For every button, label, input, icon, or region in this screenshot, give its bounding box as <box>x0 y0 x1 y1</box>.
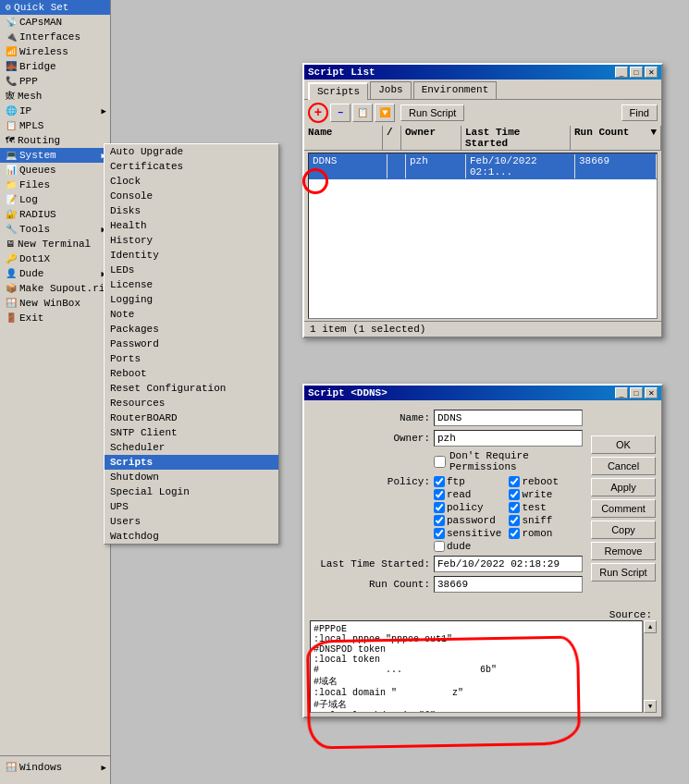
sniff-checkbox[interactable] <box>509 515 520 526</box>
tab-environment[interactable]: Environment <box>413 81 498 99</box>
sidebar-item-ppp[interactable]: 📞 PPP <box>0 74 110 89</box>
copy-toolbar-button[interactable]: 📋 <box>352 104 373 122</box>
run-script-button[interactable]: Run Script <box>400 104 464 121</box>
menu-item-routerboard[interactable]: RouterBOARD <box>105 410 278 425</box>
menu-item-health[interactable]: Health <box>105 218 278 233</box>
script-list-area[interactable]: DDNS pzh Feb/10/2022 02:1... 38669 <box>308 153 658 319</box>
sidebar-item-dude[interactable]: 👤 Dude ▶ <box>0 266 110 281</box>
sidebar-item-files[interactable]: 📁 Files <box>0 178 110 192</box>
menu-item-leds[interactable]: LEDs <box>105 263 278 277</box>
policy-checkbox[interactable] <box>434 502 445 513</box>
permissions-checkbox[interactable] <box>434 456 446 468</box>
sidebar-item-capsman[interactable]: 📡 CAPsMAN <box>0 15 110 30</box>
menu-item-password[interactable]: Password <box>105 337 278 351</box>
remove-button[interactable]: Remove <box>591 542 656 560</box>
menu-item-shutdown[interactable]: Shutdown <box>105 470 278 484</box>
add-button[interactable]: + <box>308 103 328 123</box>
sidebar-item-supout[interactable]: 📦 Make Supout.rif <box>0 281 110 296</box>
owner-input[interactable] <box>434 430 583 447</box>
menu-item-note[interactable]: Note <box>105 307 278 322</box>
sidebar-item-tools[interactable]: 🔧 Tools ▶ <box>0 222 110 237</box>
comment-button[interactable]: Comment <box>591 499 656 518</box>
sidebar-item-system[interactable]: 💻 System ▶ <box>0 148 110 163</box>
lasttime-input[interactable] <box>434 556 583 572</box>
cancel-button[interactable]: Cancel <box>591 457 656 475</box>
col-lasttime: Last Time Started <box>461 126 571 150</box>
minimize-button[interactable]: _ <box>615 67 628 78</box>
copy-button[interactable]: Copy <box>591 521 656 539</box>
ok-button[interactable]: OK <box>591 435 656 454</box>
table-row[interactable]: DDNS pzh Feb/10/2022 02:1... 38669 <box>309 153 657 179</box>
sidebar-item-quickset[interactable]: ⚙ Quick Set <box>0 0 110 15</box>
menu-item-license[interactable]: License <box>105 277 278 292</box>
script-ddns-title: Script <DDNS> <box>308 387 388 398</box>
test-checkbox[interactable] <box>509 502 520 513</box>
sidebar-item-queues[interactable]: 📊 Queues <box>0 163 110 178</box>
menu-item-packages[interactable]: Packages <box>105 322 278 337</box>
ddns-maximize-button[interactable]: □ <box>630 387 643 398</box>
sidebar-item-ip[interactable]: 🌐 IP ▶ <box>0 104 110 118</box>
menu-item-scripts[interactable]: Scripts <box>105 455 278 470</box>
remove-toolbar-button[interactable]: − <box>330 104 351 122</box>
tab-scripts[interactable]: Scripts <box>308 82 368 100</box>
permissions-label: Don't Require Permissions <box>449 450 583 472</box>
sidebar-item-radius[interactable]: 🔐 RADIUS <box>0 207 110 222</box>
runcount-input[interactable] <box>434 576 583 593</box>
write-checkbox[interactable] <box>509 489 520 500</box>
menu-item-resources[interactable]: Resources <box>105 396 278 410</box>
sidebar-item-interfaces[interactable]: 🔌 Interfaces <box>0 30 110 44</box>
ftp-checkbox[interactable] <box>434 476 445 487</box>
sidebar-item-newterminal[interactable]: 🖥 New Terminal <box>0 237 110 251</box>
menu-item-logging[interactable]: Logging <box>105 292 278 307</box>
ddns-minimize-button[interactable]: _ <box>615 387 628 398</box>
find-button[interactable]: Find <box>621 104 658 121</box>
menu-item-speciallogin[interactable]: Special Login <box>105 484 278 499</box>
tab-jobs[interactable]: Jobs <box>370 81 411 99</box>
menu-item-scheduler[interactable]: Scheduler <box>105 440 278 455</box>
run-script-ddns-button[interactable]: Run Script <box>591 563 656 582</box>
sidebar-item-newwinbox[interactable]: 🪟 New WinBox <box>0 296 110 311</box>
menu-item-ports[interactable]: Ports <box>105 351 278 366</box>
terminal-icon: 🖥 <box>6 239 15 250</box>
reboot-checkbox[interactable] <box>509 476 520 487</box>
sensitive-checkbox[interactable] <box>434 528 445 539</box>
source-box[interactable]: #PPPoE :local pppoe "pppoe-out1" #DNSPOD… <box>310 620 643 713</box>
sidebar-item-windows[interactable]: 🪟 Windows ▶ <box>0 760 110 775</box>
read-checkbox[interactable] <box>434 489 445 500</box>
scroll-down-button[interactable]: ▼ <box>644 700 657 713</box>
menu-item-history[interactable]: History <box>105 233 278 248</box>
menu-item-disks[interactable]: Disks <box>105 203 278 218</box>
menu-item-certificates[interactable]: Certificates <box>105 159 278 174</box>
sidebar-item-mpls[interactable]: 📋 MPLS <box>0 118 110 133</box>
maximize-button[interactable]: □ <box>630 67 643 78</box>
menu-item-reboot[interactable]: Reboot <box>105 366 278 381</box>
romon-checkbox[interactable] <box>509 528 520 539</box>
menu-item-users[interactable]: Users <box>105 514 278 529</box>
sidebar-item-mesh[interactable]: 🕸 Mesh <box>0 89 110 104</box>
menu-item-console[interactable]: Console <box>105 189 278 203</box>
password-checkbox[interactable] <box>434 515 445 526</box>
sidebar-item-log[interactable]: 📝 Log <box>0 192 110 207</box>
menu-item-ups[interactable]: UPS <box>105 499 278 514</box>
name-input[interactable] <box>434 410 583 426</box>
sidebar-item-dot1x[interactable]: 🔑 Dot1X <box>0 251 110 266</box>
menu-item-reset[interactable]: Reset Configuration <box>105 381 278 396</box>
sidebar-item-bridge[interactable]: 🌉 Bridge <box>0 59 110 74</box>
menu-item-sntp[interactable]: SNTP Client <box>105 425 278 440</box>
col-name: Name <box>304 126 383 150</box>
source-scrollbar[interactable]: ▲ ▼ <box>643 620 656 713</box>
menu-item-identity[interactable]: Identity <box>105 248 278 263</box>
apply-button[interactable]: Apply <box>591 478 656 496</box>
menu-item-clock[interactable]: Clock <box>105 174 278 189</box>
sidebar-item-routing[interactable]: 🗺 Routing <box>0 133 110 148</box>
button-panel: OK Cancel Apply Comment Copy Remove Run … <box>591 435 656 582</box>
scroll-up-button[interactable]: ▲ <box>644 620 657 633</box>
close-button[interactable]: ✕ <box>645 67 658 78</box>
menu-item-watchdog[interactable]: Watchdog <box>105 529 278 544</box>
ddns-close-button[interactable]: ✕ <box>645 387 658 398</box>
menu-item-autoupgrade[interactable]: Auto Upgrade <box>105 144 278 159</box>
sidebar-item-wireless[interactable]: 📶 Wireless <box>0 44 110 59</box>
sidebar-item-exit[interactable]: 🚪 Exit <box>0 311 110 325</box>
dude-checkbox[interactable] <box>434 541 445 552</box>
filter-button[interactable]: 🔽 <box>375 104 395 122</box>
